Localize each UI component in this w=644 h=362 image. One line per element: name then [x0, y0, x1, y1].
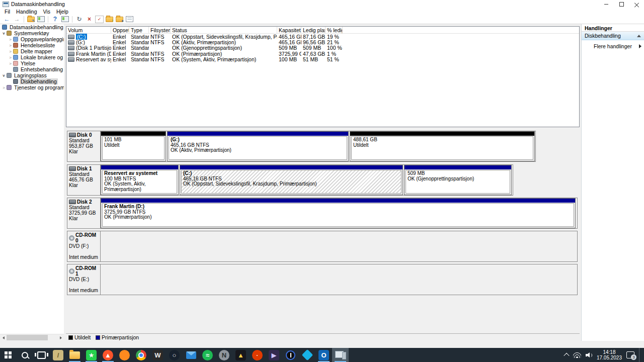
menu-hjelp[interactable]: Hjelp [53, 9, 71, 15]
ring-app-icon[interactable] [282, 348, 299, 362]
collapse-arrow-icon[interactable] [637, 35, 641, 37]
table-row-volume-c[interactable]: (C:)EnkelStandardNTFSOK (Oppstart, Sidev… [66, 34, 579, 39]
world-of-tanks-icon[interactable]: W [149, 348, 166, 362]
disk-label-disk-0[interactable]: Disk 0Standard953,87 GBKlar [67, 131, 101, 161]
details-view-icon[interactable] [125, 16, 134, 23]
scroll-thumb[interactable] [7, 335, 48, 340]
expand-chevron-icon[interactable]: > [8, 37, 13, 42]
cleaner-icon[interactable]: / [50, 348, 66, 362]
up-level-icon[interactable]: ↖ [27, 16, 35, 23]
partition-disk0-unallocated-2[interactable]: 488,61 GBUtildelt [350, 131, 535, 161]
chrome-icon[interactable] [133, 348, 149, 362]
partition-disk2-volume-d[interactable]: Frank Martin (D:)3725,99 GB NTFSOK (Prim… [101, 198, 576, 228]
collapse-chevron-icon[interactable]: > [2, 73, 6, 78]
green-health-app-icon[interactable]: ★ [83, 348, 100, 362]
menu-vis[interactable]: Vis [40, 9, 53, 15]
tree-item-local-users-groups[interactable]: >Lokale brukere og grupper [0, 54, 64, 60]
tree-item-system-tools[interactable]: >Systemverktøy [0, 30, 64, 36]
menu-handling[interactable]: Handling [13, 9, 40, 15]
back-icon[interactable]: ← [3, 16, 11, 23]
column-header-kapasitet[interactable]: Kapasitet [277, 27, 301, 33]
scroll-left-arrow[interactable] [0, 334, 7, 341]
firefox-icon[interactable] [116, 348, 133, 362]
action-group-diskbehandling[interactable]: Diskbehandling [582, 32, 644, 40]
wifi-icon[interactable] [573, 352, 581, 358]
show-action-pane-icon[interactable] [61, 16, 69, 23]
column-header-status[interactable]: Status [171, 27, 277, 33]
column-header--ledig[interactable]: % ledig [326, 27, 343, 33]
steam-icon[interactable]: ○ [166, 348, 183, 362]
forward-icon[interactable]: → [13, 16, 21, 23]
search-icon[interactable] [17, 348, 33, 362]
disk-label-disk-2[interactable]: Disk 2Standard3725,99 GBKlar [67, 198, 101, 228]
purple-media-app-icon[interactable]: ▶ [266, 348, 282, 362]
volume-icon[interactable] [586, 352, 592, 358]
partition-disk0-volume-g[interactable]: (G:)465,16 GB NTFSOK (Aktiv, Primærparti… [167, 131, 349, 161]
tree-item-shared-folders[interactable]: >Delte mapper [0, 48, 64, 54]
expand-chevron-icon[interactable]: > [8, 55, 13, 60]
disk-label-cdrom-0[interactable]: CD-ROM 0DVD (F:) Intet medium [67, 231, 101, 261]
disk-label-disk-1[interactable]: Disk 1Standard465,76 GBKlar [67, 165, 101, 195]
tree-item-task-scheduler[interactable]: >Oppgaveplanlegging [0, 36, 64, 42]
triangle-app-icon[interactable]: ▲ [232, 348, 249, 362]
help-icon[interactable]: ? [51, 16, 59, 23]
start-icon[interactable] [0, 348, 17, 362]
action-more-actions[interactable]: Flere handlinger [582, 43, 644, 50]
tree-item-device-manager[interactable]: Enhetsbehandling [0, 66, 64, 72]
tree-item-storage[interactable]: >Lagringsplass [0, 72, 64, 78]
column-header-filsystem[interactable]: Filsystem [149, 27, 171, 33]
tree-item-event-viewer[interactable]: >Hendelsesliste [0, 42, 64, 48]
disk-icon [69, 166, 76, 171]
expand-chevron-icon[interactable]: > [8, 61, 13, 66]
tree-item-computer-management-root[interactable]: Datamaskinbehandling (lokal) [0, 24, 64, 30]
red-orb-app-icon[interactable]: · [249, 348, 266, 362]
scroll-right-arrow[interactable] [57, 334, 64, 341]
column-header-volum[interactable]: Volum [66, 27, 111, 33]
show-hidden-icons-chevron[interactable] [564, 353, 569, 358]
close-button[interactable] [629, 0, 644, 8]
tree-item-disk-management[interactable]: Diskbehandling [0, 78, 64, 84]
table-row-volume-system-reserved[interactable]: Reservert av systemetEnkelStandardNTFSOK… [66, 57, 579, 62]
show-desktop-button[interactable] [639, 348, 642, 362]
notification-center-icon[interactable]: 3 [626, 351, 634, 358]
kodi-icon[interactable] [299, 348, 315, 362]
outlook-icon[interactable]: O [315, 348, 332, 362]
tree-h-scrollbar[interactable] [0, 334, 64, 341]
collapse-chevron-icon[interactable]: > [2, 31, 6, 36]
expand-chevron-icon[interactable]: > [8, 49, 13, 54]
taskbar-clock[interactable]: 14:18 17.05.2023 [597, 349, 622, 360]
table-row-volume-g[interactable]: (G:)EnkelStandardNTFSOK (Aktiv, Primærpa… [66, 39, 579, 45]
partition-disk1-system-reserved[interactable]: Reservert av systemet100 MB NTFSOK (Syst… [101, 165, 179, 195]
minimize-button[interactable] [599, 0, 614, 8]
restore-button[interactable] [614, 0, 629, 8]
disk-label-cdrom-1[interactable]: CD-ROM 1DVD (E:) Intet medium [67, 264, 101, 295]
tree-item-performance[interactable]: >Ytelse [0, 60, 64, 66]
partition-disk0-unallocated-1[interactable]: 101 MBUtildelt [101, 131, 166, 161]
brave-icon[interactable]: ▲ [100, 348, 116, 362]
partition-disk1-volume-c[interactable]: (C:)465,16 GB NTFSOK (Oppstart, Sideveks… [180, 165, 403, 195]
column-header-type[interactable]: Type [129, 27, 149, 33]
spotify-icon[interactable]: ≈ [199, 348, 216, 362]
nvidia-settings-icon[interactable]: N [216, 348, 232, 362]
open-folder-icon[interactable]: ↑ [105, 16, 114, 23]
show-console-tree-icon[interactable] [37, 16, 45, 23]
task-view-icon[interactable] [33, 348, 50, 362]
expand-chevron-icon[interactable]: > [8, 43, 13, 48]
expand-chevron-icon[interactable]: > [2, 85, 6, 90]
menu-fil[interactable]: Fil [2, 9, 13, 15]
rescan-disks-icon[interactable]: ↻ [75, 16, 84, 23]
file-explorer-icon[interactable] [66, 348, 83, 362]
disk-name: Disk 2 [77, 199, 92, 205]
column-header-oppsett[interactable]: Oppsett [111, 27, 129, 33]
computer-management-window: Datamaskinbehandling FilHandlingVisHjelp… [0, 0, 644, 362]
partition-disk1-recovery[interactable]: 509 MBOK (Gjenopprettingspartisjon) [404, 165, 512, 195]
tree-item-services-apps[interactable]: >Tjenester og programmer [0, 84, 64, 90]
table-row-volume-disk1-part3[interactable]: (Disk 1 Partisjon 3)EnkelStandardOK (Gje… [66, 45, 579, 51]
explore-folder-icon[interactable]: ● [115, 16, 124, 23]
computer-management-icon[interactable] [332, 348, 349, 362]
mail-icon[interactable] [183, 348, 199, 362]
delete-volume-icon[interactable]: × [85, 16, 94, 23]
column-header-ledig-plass[interactable]: Ledig plass [301, 27, 326, 33]
properties-icon[interactable]: ✓ [95, 16, 104, 23]
table-row-volume-d[interactable]: Frank Martin (D:)EnkelStandardNTFSOK (Pr… [66, 51, 579, 56]
